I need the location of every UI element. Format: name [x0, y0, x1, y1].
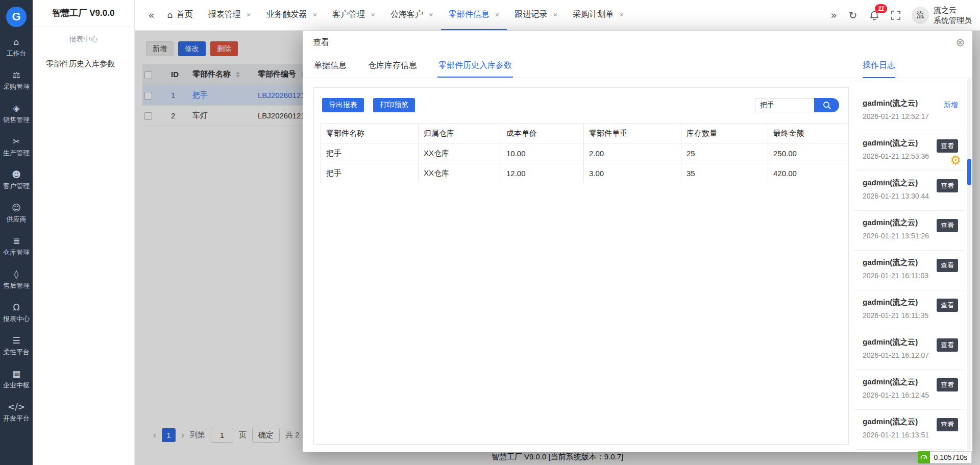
cell-warehouse: XX仓库	[419, 143, 501, 163]
icon-rail: G ⌂ 工作台 ⚖ 采购管理 ◈ 销售管理 ✂	[0, 0, 33, 465]
user-menu[interactable]: 流之云 系统管理员	[934, 5, 972, 25]
rail-menu-item[interactable]: ⌂ 工作台	[0, 31, 33, 64]
load-time-value: 0.105710s	[930, 451, 972, 463]
log-action-badge[interactable]: 查看	[937, 299, 958, 312]
expand-tabs-icon[interactable]: »	[825, 9, 842, 21]
rail-menu-item[interactable]: </> 开发平台	[0, 396, 33, 429]
history-column-header: 库存数量	[681, 124, 768, 143]
log-entry: gadmin(流之云) 2026-01-21 13:30:44 查看	[855, 171, 964, 211]
tab-home[interactable]: ⌂ 首页	[160, 0, 201, 30]
operation-log-tab[interactable]: 操作日志	[863, 54, 895, 78]
sidebar-item-part-history-report[interactable]: 零部件历史入库参数	[33, 54, 134, 74]
procurement-icon: ⚖	[12, 70, 20, 80]
log-action-badge[interactable]: 查看	[937, 259, 958, 272]
rail-item-label: 工作台	[7, 49, 27, 58]
rail-menu-item[interactable]: ◊ 售后管理	[0, 263, 33, 297]
log-timestamp: 2026-01-21 12:52:17	[863, 112, 964, 120]
dialog-tab[interactable]: 仓库库存信息	[367, 54, 418, 78]
rail-item-label: 采购管理	[3, 82, 30, 91]
log-action-badge[interactable]: 新增	[944, 101, 958, 110]
rail-menu-item[interactable]: Ω 报表中心	[0, 297, 33, 330]
tab-close-icon[interactable]: ×	[553, 11, 557, 18]
dialog-tab[interactable]: 单据信息	[313, 54, 348, 78]
cell-warehouse: XX仓库	[419, 163, 501, 183]
rail-menu-item[interactable]: ≣ 仓库管理	[0, 230, 33, 263]
print-preview-button[interactable]: 打印预览	[373, 98, 415, 112]
tab[interactable]: 零部件信息 ×	[441, 0, 507, 30]
rail-item-label: 仓库管理	[3, 248, 30, 257]
tab-strip: 报表管理 × 业务触发器 × 客户管理 × 公海客户	[201, 0, 631, 30]
refresh-icon[interactable]: ↻	[842, 5, 864, 26]
user-avatar[interactable]: 流	[912, 7, 929, 24]
rail-item-label: 销售管理	[3, 115, 30, 125]
tab-close-icon[interactable]: ×	[619, 11, 624, 18]
rail-menu-item[interactable]: ▦ 企业中枢	[0, 363, 33, 396]
topbar-right: » ↻ 11 流 流之云 系统管理员	[825, 5, 972, 26]
topbar: « ⌂ 首页 报表管理 × 业务触发器 ×	[135, 0, 980, 31]
log-action-badge[interactable]: 查看	[937, 378, 958, 391]
search-button[interactable]	[814, 98, 839, 112]
log-entry: gadmin(流之云) 2026-01-21 16:12:45 查看	[855, 370, 964, 410]
search-input[interactable]	[755, 98, 814, 112]
history-table-row[interactable]: 把手 XX仓库 10.00 2.00 25 250.00	[321, 143, 849, 163]
log-timestamp: 2026-01-21 16:11:35	[863, 311, 964, 320]
tab-close-icon[interactable]: ×	[429, 11, 433, 18]
enterprise-hub-icon: ▦	[12, 369, 20, 378]
app-root: G ⌂ 工作台 ⚖ 采购管理 ◈ 销售管理 ✂	[0, 0, 980, 465]
fullscreen-icon[interactable]	[885, 5, 906, 26]
operation-log-title: 操作日志	[863, 60, 895, 71]
log-action-badge[interactable]: 查看	[937, 338, 958, 352]
view-dialog: 查看 ⊗ 单据信息 仓库库存信息 零部件历史入库参数	[303, 31, 972, 452]
rail-menu-item[interactable]: ☻ 客户管理	[0, 164, 33, 197]
tab[interactable]: 采购计划单 ×	[565, 0, 631, 30]
rail-menu-item[interactable]: ✂ 生产管理	[0, 131, 33, 164]
tab-label: 公海客户	[390, 9, 423, 20]
log-action-badge[interactable]: 查看	[937, 418, 958, 431]
tab-close-icon[interactable]: ×	[371, 11, 375, 18]
tab[interactable]: 报表管理 ×	[201, 0, 259, 30]
history-column-header: 最终金额	[768, 124, 849, 143]
rail-menu-item[interactable]: ☺ 供应商	[0, 197, 33, 230]
history-column-header: 成本单价	[501, 124, 584, 143]
speedometer-icon	[918, 451, 930, 463]
tab-close-icon[interactable]: ×	[312, 11, 317, 18]
log-scrollbar-thumb[interactable]	[967, 159, 971, 185]
report-center-icon: Ω	[13, 303, 20, 312]
tab-label: 采购计划单	[573, 9, 614, 20]
history-table-body: 把手 XX仓库 10.00 2.00 25 250.00 把手 XX仓库	[321, 143, 849, 183]
log-action-badge[interactable]: 查看	[937, 179, 958, 192]
log-action-badge[interactable]: 查看	[937, 139, 958, 153]
tab-label: 零部件信息	[449, 9, 489, 20]
production-icon: ✂	[13, 137, 20, 146]
tab-close-icon[interactable]: ×	[247, 11, 251, 18]
cell-part-name: 把手	[321, 163, 419, 183]
log-entry: gadmin(流之云) 2026-01-21 13:51:26 查看	[855, 211, 964, 251]
notification-bell-icon[interactable]: 11	[864, 5, 885, 26]
tab[interactable]: 客户管理 ×	[325, 0, 383, 30]
rail-menu-item[interactable]: ☰ 柔性平台	[0, 330, 33, 363]
user-name: 流之云	[934, 5, 972, 15]
log-scrollbar[interactable]	[967, 79, 971, 450]
log-timestamp: 2026-01-21 16:13:51	[863, 431, 964, 439]
customer-icon: ☻	[12, 170, 21, 179]
history-table-row[interactable]: 把手 XX仓库 12.00 3.00 35 420.00	[321, 163, 849, 183]
settings-gear-icon[interactable]: ⚙	[950, 154, 961, 166]
dialog-tab-label: 零部件历史入库参数	[438, 60, 512, 71]
collapse-tabs-icon[interactable]: «	[143, 9, 160, 21]
dialog-tab[interactable]: 零部件历史入库参数	[437, 54, 513, 78]
sales-icon: ◈	[13, 104, 19, 113]
report-toolbar: 导出报表 打印预览	[322, 98, 415, 112]
rail-item-label: 柔性平台	[3, 348, 30, 357]
app-logo[interactable]: G	[6, 7, 27, 27]
rail-item-label: 供应商	[7, 215, 27, 224]
tab-close-icon[interactable]: ×	[495, 11, 500, 18]
close-dialog-icon[interactable]: ⊗	[955, 37, 965, 48]
log-action-badge[interactable]: 查看	[937, 219, 958, 232]
log-timestamp: 2026-01-21 12:53:36	[863, 152, 964, 160]
tab[interactable]: 跟进记录 ×	[507, 0, 565, 30]
rail-menu-item[interactable]: ⚖ 采购管理	[0, 64, 33, 97]
export-report-button[interactable]: 导出报表	[322, 98, 364, 112]
rail-menu-item[interactable]: ◈ 销售管理	[0, 97, 33, 131]
tab[interactable]: 业务触发器 ×	[258, 0, 325, 30]
tab[interactable]: 公海客户 ×	[383, 0, 441, 30]
